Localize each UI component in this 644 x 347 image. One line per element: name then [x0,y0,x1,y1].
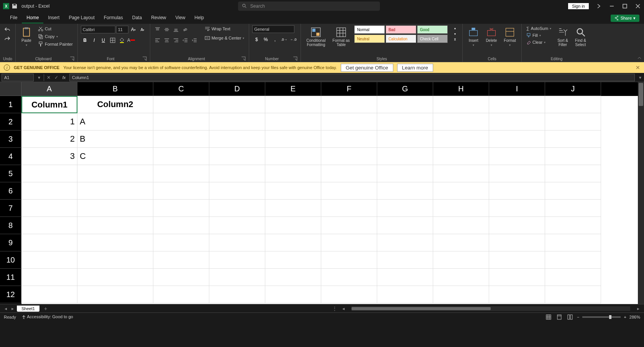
font-size-select[interactable] [116,26,128,33]
row-header[interactable]: 10 [0,251,21,269]
format-as-table-button[interactable]: Format as Table [330,25,352,48]
cell-C1[interactable] [153,96,209,113]
share-button[interactable]: Share ▾ [611,15,639,22]
dialog-launcher-icon[interactable] [293,56,297,61]
cell-C3[interactable] [153,131,209,148]
expand-formula-bar-button[interactable]: ▾ [636,74,644,81]
decrease-indent-button[interactable] [181,36,189,45]
redo-button[interactable] [3,35,12,43]
row-header[interactable]: 11 [0,269,21,286]
cell-A5[interactable] [21,165,77,182]
vertical-scrollbar[interactable] [638,82,644,304]
scrollbar-thumb[interactable] [639,83,643,106]
name-box-dropdown[interactable]: ▾ [35,74,43,81]
gallery-up-button[interactable]: ▴ [451,25,459,31]
cell-B1[interactable]: Column2 [77,96,153,113]
style-normal[interactable]: Normal [354,25,385,34]
cell-G12[interactable] [377,286,433,303]
cell-J5[interactable] [545,165,601,182]
zoom-level[interactable]: 286% [629,315,640,319]
dialog-launcher-icon[interactable] [70,56,74,61]
conditional-formatting-button[interactable]: Conditional Formatting [304,25,328,48]
cell-H9[interactable] [433,234,489,251]
cell-G11[interactable] [377,269,433,286]
cell-F1[interactable] [321,96,377,113]
cell-E2[interactable] [265,113,321,131]
cell-I4[interactable] [489,148,545,165]
merge-center-button[interactable]: Merge & Center ▾ [203,35,246,41]
column-header[interactable]: I [489,82,545,96]
cell-H6[interactable] [433,182,489,200]
paste-button[interactable]: Paste ▾ [19,25,34,48]
sort-filter-button[interactable]: Sort & Filter [555,25,570,48]
copy-button[interactable]: Copy ▾ [36,33,74,40]
cell-C2[interactable] [153,113,209,131]
cell-B2[interactable]: A [77,113,153,131]
cell-I8[interactable] [489,217,545,234]
sheet-tab[interactable]: Sheet1 [17,306,39,312]
cell-G4[interactable] [377,148,433,165]
cell-H7[interactable] [433,200,489,217]
cell-B5[interactable] [77,165,153,182]
tab-page-layout[interactable]: Page Layout [64,13,99,23]
cell-E6[interactable] [265,182,321,200]
find-select-button[interactable]: Find & Select [573,25,588,48]
sheet-nav-next[interactable]: ▸ [10,306,15,311]
tab-data[interactable]: Data [128,13,146,23]
row-header[interactable]: 6 [0,182,21,200]
cell-H10[interactable] [433,251,489,269]
cell-F11[interactable] [321,269,377,286]
row-header[interactable]: 5 [0,165,21,182]
bold-button[interactable]: B [81,36,89,45]
cell-B10[interactable] [77,251,153,269]
cell-D8[interactable] [209,217,265,234]
cell-B3[interactable]: B [77,131,153,148]
italic-button[interactable]: I [90,36,99,45]
row-header[interactable]: 1 [0,96,21,113]
format-cells-button[interactable]: Format▾ [501,25,518,48]
increase-indent-button[interactable] [190,36,199,45]
cell-E9[interactable] [265,234,321,251]
cell-D3[interactable] [209,131,265,148]
cell-F4[interactable] [321,148,377,165]
insert-function-button[interactable]: fx [60,74,68,81]
tab-review[interactable]: Review [146,13,171,23]
row-header[interactable]: 12 [0,286,21,303]
cells-area[interactable]: Column1Column21A2B3C [21,96,638,303]
cell-I12[interactable] [489,286,545,303]
font-name-select[interactable] [81,26,115,33]
delete-cells-button[interactable]: Delete▾ [483,25,499,48]
cell-J8[interactable] [545,217,601,234]
cell-J6[interactable] [545,182,601,200]
get-genuine-office-button[interactable]: Get genuine Office [341,64,393,72]
cell-H12[interactable] [433,286,489,303]
cell-H1[interactable] [433,96,489,113]
cell-H11[interactable] [433,269,489,286]
cell-G10[interactable] [377,251,433,269]
cell-J3[interactable] [545,131,601,148]
cell-B8[interactable] [77,217,153,234]
dialog-launcher-icon[interactable] [241,56,246,61]
cell-I1[interactable] [489,96,545,113]
cell-A12[interactable] [21,286,77,303]
clear-button[interactable]: Clear ▾ [525,39,553,45]
cell-A4[interactable]: 3 [21,148,77,165]
cell-I9[interactable] [489,234,545,251]
cell-A7[interactable] [21,200,77,217]
column-header[interactable]: D [209,82,265,96]
cell-D2[interactable] [209,113,265,131]
cell-D9[interactable] [209,234,265,251]
column-header[interactable]: J [545,82,601,96]
cell-F12[interactable] [321,286,377,303]
hscroll-right[interactable]: ▸ [636,306,641,311]
cut-button[interactable]: Cut [36,25,74,32]
zoom-in-button[interactable]: + [624,315,626,319]
comma-format-button[interactable]: , [271,35,279,44]
add-sheet-button[interactable]: + [41,306,50,312]
cell-C6[interactable] [153,182,209,200]
message-close-button[interactable]: ✕ [636,64,640,71]
gallery-down-button[interactable]: ▾ [451,31,459,36]
cell-J11[interactable] [545,269,601,286]
sheet-nav-prev[interactable]: ◂ [3,306,8,311]
cell-J2[interactable] [545,113,601,131]
